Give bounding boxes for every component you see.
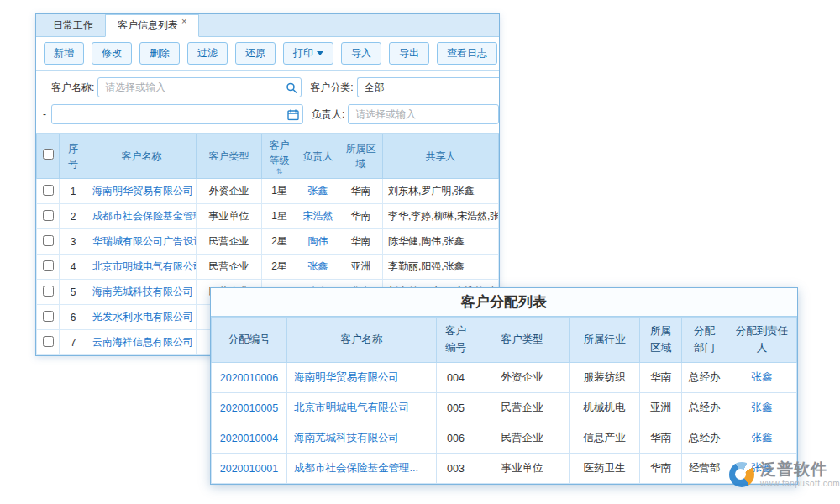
row-industry: 机械机电	[570, 393, 640, 423]
row-customer-type: 民营企业	[197, 229, 262, 255]
print-button-label: 打印	[293, 46, 313, 60]
view-log-button[interactable]: 查看日志	[437, 42, 497, 65]
row-shared: 刘东林,罗广明,张鑫	[383, 179, 499, 204]
tab-customer-info-list[interactable]: 客户信息列表 ×	[105, 14, 199, 37]
filter-panel: 客户名称: 客户分类: 全部 -	[36, 71, 499, 134]
tab-close-icon[interactable]: ×	[181, 17, 186, 25]
row-checkbox[interactable]	[43, 210, 54, 221]
customer-name-link[interactable]: 成都市社会保险基金管理...	[294, 462, 418, 474]
row-customer-type: 外资企业	[197, 179, 262, 204]
row-customer-no: 005	[437, 393, 475, 423]
table-row: 2020010001 成都市社会保险基金管理... 003 事业单位 医药卫生 …	[212, 454, 797, 484]
row-no: 5	[60, 280, 87, 305]
vendor-watermark: 泛普软件 www.fanpusoft.com	[729, 461, 840, 488]
select-all-cell	[37, 134, 60, 179]
row-owner: 陶伟	[297, 229, 339, 255]
row-customer-name: 海南芜城科技有限公司	[287, 423, 437, 454]
row-region: 华南	[339, 229, 383, 255]
row-select-cell	[37, 255, 60, 280]
chevron-down-icon	[317, 51, 323, 55]
row-customer-type: 事业单位	[197, 204, 262, 229]
col-region: 所属区域	[640, 318, 682, 363]
owner-link[interactable]: 张鑫	[308, 260, 328, 272]
row-industry: 医药卫生	[570, 454, 640, 484]
col-customer-level[interactable]: 客户等级 ⇅	[262, 134, 297, 179]
col-owner: 负责人	[297, 134, 339, 179]
col-no: 序号	[60, 134, 87, 179]
customer-name-link[interactable]: 海南芜城科技有限公司	[92, 286, 193, 297]
assignee-link[interactable]: 张鑫	[752, 371, 773, 383]
calendar-icon[interactable]	[286, 108, 299, 121]
restore-button[interactable]: 还原	[235, 42, 276, 65]
row-select-cell	[37, 280, 60, 305]
table-row: 2020010004 海南芜城科技有限公司 006 民营企业 信息产业 华南 总…	[212, 423, 797, 454]
vendor-brand: 泛普软件	[760, 461, 840, 479]
row-allocation-id: 2020010006	[212, 363, 287, 393]
date-input[interactable]	[51, 104, 303, 124]
row-customer-name: 华瑞城有限公司广告设计部	[87, 229, 197, 255]
owner-label: 负责人:	[312, 108, 344, 122]
customer-name-link[interactable]: 华瑞城有限公司广告设计部	[92, 235, 197, 247]
customer-name-input[interactable]	[97, 77, 302, 97]
row-region: 华南	[640, 423, 682, 454]
add-button[interactable]: 新增	[44, 42, 84, 65]
row-customer-type: 民营企业	[475, 423, 570, 454]
row-region: 华南	[640, 454, 682, 484]
assignee-link[interactable]: 张鑫	[752, 402, 773, 413]
fanpu-logo-icon	[729, 462, 754, 487]
filter-row-2: - 负责人:	[36, 101, 499, 128]
sort-icon[interactable]: ⇅	[267, 168, 291, 175]
allocation-id-link[interactable]: 2020010006	[220, 372, 279, 384]
row-customer-name: 海南明华贸易有限公司	[87, 179, 197, 204]
allocation-id-link[interactable]: 2020010001	[220, 463, 279, 475]
tab-bar: 日常工作 客户信息列表 ×	[36, 14, 499, 37]
customer-name-link[interactable]: 海南明华贸易有限公司	[92, 185, 193, 197]
customer-name-link[interactable]: 成都市社会保险基金管理...	[92, 210, 197, 222]
row-no: 7	[60, 330, 87, 355]
row-checkbox[interactable]	[43, 235, 54, 246]
print-button[interactable]: 打印	[283, 42, 333, 65]
row-checkbox[interactable]	[43, 311, 54, 322]
owner-link[interactable]: 张鑫	[308, 185, 328, 197]
col-dept: 分配部门	[682, 318, 727, 363]
owner-input[interactable]	[348, 104, 499, 124]
col-industry: 所属行业	[570, 318, 640, 363]
select-all-checkbox[interactable]	[43, 149, 54, 160]
customer-name-link[interactable]: 海南明华贸易有限公司	[294, 371, 399, 383]
customer-name-link[interactable]: 海南芜城科技有限公司	[294, 432, 399, 444]
row-checkbox[interactable]	[43, 336, 54, 347]
assignee-link[interactable]: 张鑫	[752, 432, 773, 444]
customer-category-select[interactable]: 全部	[357, 77, 499, 97]
table-row: 3 华瑞城有限公司广告设计部 民营企业 2星 陶伟 华南 陈华健,陶伟,张鑫	[37, 229, 499, 255]
owner-link[interactable]: 陶伟	[308, 235, 328, 247]
edit-button[interactable]: 修改	[92, 42, 132, 65]
row-customer-no: 006	[437, 423, 475, 454]
row-checkbox[interactable]	[43, 185, 54, 196]
customer-table-header: 序号 客户名称 客户类型 客户等级 ⇅ 负责人 所属区域 共享人	[37, 134, 499, 179]
customer-name-link[interactable]: 北京市明城电气有限公司	[294, 402, 410, 413]
customer-name-link[interactable]: 光发水利水电有限公司	[92, 311, 193, 323]
allocation-id-link[interactable]: 2020010004	[220, 433, 279, 444]
customer-name-link[interactable]: 北京市明城电气有限公司	[92, 260, 197, 272]
search-icon[interactable]	[285, 81, 297, 94]
row-dept: 经营部	[682, 454, 727, 484]
import-button[interactable]: 导入	[341, 42, 381, 65]
table-row: 2020010005 北京市明城电气有限公司 005 民营企业 机械机电 亚洲 …	[212, 393, 797, 423]
row-customer-type: 事业单位	[475, 454, 570, 484]
table-row: 4 北京市明城电气有限公司 民营企业 2星 张鑫 亚洲 李勤丽,阳强,张鑫	[37, 255, 499, 280]
row-checkbox[interactable]	[43, 260, 54, 271]
row-checkbox[interactable]	[43, 286, 54, 297]
owner-link[interactable]: 宋浩然	[303, 210, 333, 222]
delete-button[interactable]: 删除	[139, 42, 180, 65]
row-select-cell	[37, 305, 60, 330]
export-button[interactable]: 导出	[389, 42, 429, 65]
row-customer-type: 民营企业	[197, 255, 262, 280]
filter-button[interactable]: 过滤	[187, 42, 228, 65]
row-customer-level: 2星	[262, 255, 297, 280]
customer-name-link[interactable]: 云南海祥信息有限公司	[92, 336, 193, 348]
tab-label: 客户信息列表	[118, 18, 178, 33]
allocation-table: 分配编号 客户名称 客户编号 客户类型 所属行业 所属区域 分配部门 分配到责任…	[211, 317, 797, 484]
allocation-id-link[interactable]: 2020010005	[220, 402, 279, 414]
row-no: 1	[60, 179, 87, 204]
tab-daily-work[interactable]: 日常工作	[41, 15, 105, 36]
